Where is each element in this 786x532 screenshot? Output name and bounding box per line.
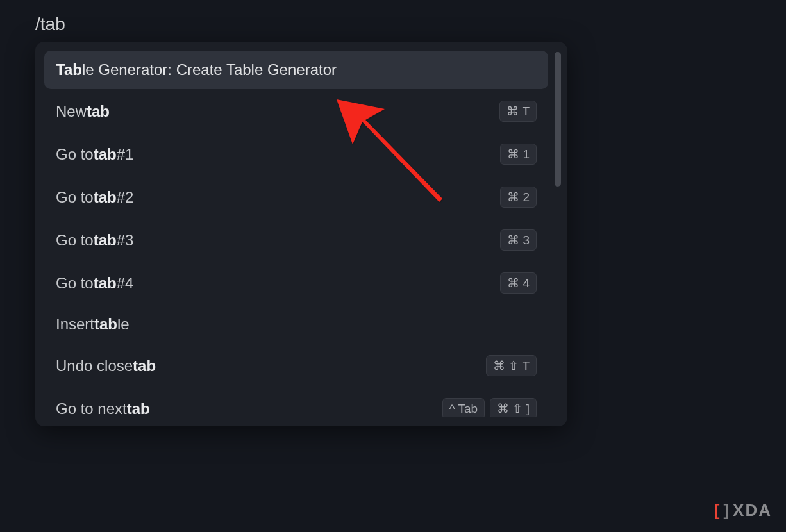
command-item-7[interactable]: Undo close tab⌘ ⇧ T: [44, 345, 548, 387]
shortcut-badge: ^ Tab: [442, 398, 485, 417]
shortcut-badge: ⌘ 2: [500, 187, 537, 208]
shortcut-group: ⌘ 3: [500, 229, 537, 251]
command-item-5[interactable]: Go to tab #4⌘ 4: [44, 262, 548, 304]
xda-logo: [] XDA: [714, 501, 772, 520]
shortcut-badge: ⌘ 3: [500, 229, 537, 251]
shortcut-group: ⌘ 2: [500, 187, 537, 208]
scrollbar-thumb[interactable]: [555, 52, 561, 187]
shortcut-group: ^ Tab⌘ ⇧ ]: [442, 398, 537, 417]
scrollbar[interactable]: [555, 51, 561, 417]
command-label: Table Generator: Create Table Generator: [56, 61, 337, 79]
command-label: Go to tab #3: [56, 231, 133, 249]
command-label: Go to next tab: [56, 400, 150, 418]
shortcut-group: ⌘ 1: [500, 144, 537, 165]
shortcut-badge: ⌘ 4: [500, 272, 537, 294]
shortcut-group: ⌘ 4: [500, 272, 537, 294]
command-item-0[interactable]: Table Generator: Create Table Generator: [44, 51, 548, 89]
command-label: Go to tab #1: [56, 145, 133, 163]
command-label: Undo close tab: [56, 357, 156, 375]
command-item-1[interactable]: New tab⌘ T: [44, 90, 548, 132]
command-label: Go to tab #4: [56, 274, 133, 292]
shortcut-badge: ⌘ ⇧ ]: [490, 398, 537, 417]
command-item-3[interactable]: Go to tab #2⌘ 2: [44, 176, 548, 218]
shortcut-group: ⌘ T: [499, 101, 537, 122]
shortcut-group: ⌘ ⇧ T: [486, 355, 537, 376]
search-input-text[interactable]: /tab: [35, 14, 65, 35]
logo-text: XDA: [733, 501, 772, 520]
command-item-4[interactable]: Go to tab #3⌘ 3: [44, 219, 548, 261]
command-list: Table Generator: Create Table GeneratorN…: [44, 51, 555, 417]
shortcut-badge: ⌘ ⇧ T: [486, 355, 537, 376]
shortcut-badge: ⌘ T: [499, 101, 537, 122]
command-item-6[interactable]: Insert table: [44, 305, 548, 344]
logo-bracket-right-icon: ]: [723, 501, 730, 520]
command-label: Go to tab #2: [56, 188, 133, 206]
command-palette: Table Generator: Create Table GeneratorN…: [35, 42, 567, 426]
logo-bracket-left-icon: [: [714, 501, 721, 520]
command-label: Insert table: [56, 315, 130, 333]
command-label: New tab: [56, 103, 110, 121]
command-item-2[interactable]: Go to tab #1⌘ 1: [44, 133, 548, 175]
command-item-8[interactable]: Go to next tab^ Tab⌘ ⇧ ]: [44, 388, 548, 417]
shortcut-badge: ⌘ 1: [500, 144, 537, 165]
